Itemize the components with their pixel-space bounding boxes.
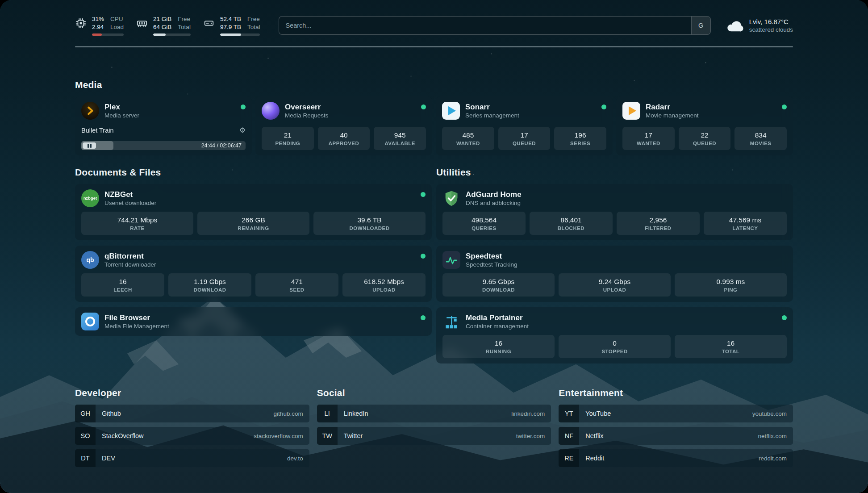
app-name: Radarr [646, 103, 699, 112]
stat-series: 196SERIES [554, 127, 606, 150]
stat-value: 40 [340, 131, 347, 139]
bookmark-abbr: TW [317, 427, 338, 445]
bookmark-abbr: DT [75, 449, 96, 467]
stat-upload: 9.24 GbpsUPLOAD [559, 273, 671, 297]
bookmark-reddit[interactable]: RE Reddit reddit.com [559, 449, 793, 467]
section-title-social: Social [317, 388, 551, 398]
app-name: Plex [104, 103, 139, 112]
adguard-shield-icon [442, 189, 460, 207]
bookmark-name: Netflix [585, 432, 603, 439]
stat-value: 834 [755, 131, 767, 139]
search-input[interactable] [279, 17, 691, 34]
bookmark-abbr: NF [559, 427, 579, 445]
stat-available: 945AVAILABLE [374, 127, 426, 150]
stat-label: DOWNLOAD [194, 287, 226, 292]
bookmark-github[interactable]: GH Github github.com [75, 405, 309, 422]
qbittorrent-card[interactable]: qb qBittorrent Torrent downloader 16LEEC… [75, 246, 432, 302]
bookmark-name: LinkedIn [344, 410, 368, 417]
overseerr-card[interactable]: Overseerr Media Requests 21PENDING 40APP… [255, 96, 432, 155]
stat-running: 16RUNNING [442, 335, 555, 358]
plex-card[interactable]: Plex Media server Bullet Train ⚙ 24:44 /… [75, 96, 252, 155]
nzbget-card[interactable]: nzbget NZBGet Usenet downloader 744.21 M… [75, 184, 432, 240]
stat-label: APPROVED [329, 141, 359, 146]
portainer-card[interactable]: Media Portainer Container management 16R… [436, 307, 793, 363]
stat-label: DOWNLOAD [482, 287, 515, 292]
stat-label: WANTED [637, 141, 660, 146]
stat-value: 498,564 [472, 216, 497, 224]
status-online-dot [241, 104, 246, 109]
now-playing-title: Bullet Train [81, 127, 114, 134]
app-desc: Usenet downloader [104, 200, 156, 206]
bookmark-linkedin[interactable]: LI LinkedIn linkedin.com [317, 405, 551, 422]
app-desc: Media Requests [285, 112, 329, 119]
bookmark-url: youtube.com [752, 410, 787, 417]
bookmark-url: github.com [274, 410, 303, 417]
stat-label: RATE [130, 226, 144, 231]
stat-label: QUEUED [513, 141, 536, 146]
disk-label: Free [247, 15, 260, 23]
playback-progress-bar[interactable]: 24:44 / 02:06:47 [81, 141, 246, 150]
speedtest-card[interactable]: Speedtest Speedtest Tracking 9.65 GbpsDO… [436, 246, 793, 302]
stat-label: TOTAL [722, 349, 740, 354]
bookmark-abbr: GH [75, 405, 96, 422]
bookmark-url: reddit.com [759, 455, 787, 462]
status-online-dot [421, 254, 426, 259]
stat-value: 17 [520, 131, 528, 139]
stat-value: 21 [284, 131, 292, 139]
stat-pending: 21PENDING [262, 127, 314, 150]
stat-label: QUERIES [472, 226, 496, 231]
stat-value: 16 [495, 339, 502, 347]
stat-value: 744.21 Mbps [117, 216, 158, 224]
search-bar: G [279, 16, 710, 35]
stat-wanted: 17WANTED [622, 127, 675, 150]
gear-icon[interactable]: ⚙ [239, 127, 246, 134]
nzbget-icon-label: nzbget [83, 196, 97, 201]
stat-value: 9.65 Gbps [483, 278, 515, 286]
cpu-meter [92, 33, 124, 36]
stat-total: 16TOTAL [675, 335, 787, 358]
media-cards-row: Plex Media server Bullet Train ⚙ 24:44 /… [75, 96, 793, 155]
app-name: qBittorrent [104, 252, 156, 261]
section-title-developer: Developer [75, 388, 309, 398]
pause-button[interactable] [83, 142, 96, 149]
adguard-card[interactable]: AdGuard Home DNS and adblocking 498,564Q… [436, 184, 793, 240]
bookmark-dev[interactable]: DT DEV dev.to [75, 449, 309, 467]
stat-value: 196 [575, 131, 586, 139]
topbar-divider [75, 46, 793, 47]
bookmark-abbr: RE [559, 449, 579, 467]
pause-icon [88, 144, 89, 148]
radarr-icon [622, 102, 640, 120]
stat-label: STOPPED [601, 349, 627, 354]
bookmark-stackoverflow[interactable]: SO StackOverflow stackoverflow.com [75, 427, 309, 445]
stat-label: FILTERED [645, 226, 671, 231]
search-provider-button[interactable]: G [691, 17, 710, 34]
radarr-card[interactable]: Radarr Movie management 17WANTED 22QUEUE… [616, 96, 793, 155]
memory-widget: 21 GiB 64 GiB Free Total [136, 15, 191, 36]
filebrowser-card[interactable]: File Browser Media File Management [75, 307, 432, 336]
portainer-crane-icon [442, 313, 460, 330]
app-name: NZBGet [104, 190, 156, 199]
stat-label: SERIES [570, 141, 590, 146]
bookmark-twitter[interactable]: TW Twitter twitter.com [317, 427, 551, 445]
bookmark-netflix[interactable]: NF Netflix netflix.com [559, 427, 793, 445]
memory-label: Free [178, 15, 191, 23]
stat-filtered: 2,956FILTERED [617, 212, 700, 235]
sonarr-card[interactable]: Sonarr Series management 485WANTED 17QUE… [436, 96, 613, 155]
stat-seed: 471SEED [255, 273, 338, 297]
status-online-dot [601, 104, 606, 109]
cpu-load-avg: 2.94 [92, 23, 104, 31]
weather-widget[interactable]: Lviv, 16.87°C scattered clouds [726, 18, 793, 33]
cpu-widget: 31% 2.94 CPU Load [75, 15, 124, 36]
section-title-documents: Documents & Files [75, 167, 432, 178]
cpu-percent: 31% [92, 15, 104, 23]
app-desc: Media File Management [104, 323, 169, 330]
bookmark-youtube[interactable]: YT YouTube youtube.com [559, 405, 793, 422]
stat-movies: 834MOVIES [734, 127, 787, 150]
bookmark-url: stackoverflow.com [254, 433, 303, 439]
app-name: Sonarr [465, 103, 519, 112]
cpu-chip-icon [75, 17, 87, 29]
disk-total: 97.9 TB [220, 23, 241, 31]
stat-value: 485 [462, 131, 474, 139]
topbar: 31% 2.94 CPU Load [75, 15, 793, 36]
bookmark-name: DEV [102, 455, 115, 462]
